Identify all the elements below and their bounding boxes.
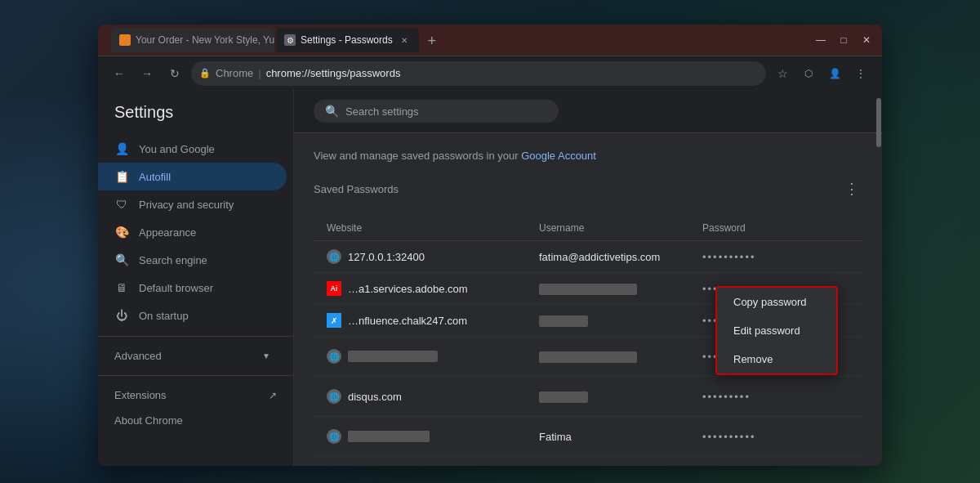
title-bar: Your Order - New York Style, Yum ✕ ⚙ Set… (98, 25, 882, 56)
new-tab-button[interactable]: + (421, 29, 443, 52)
tab-favicon-food (119, 34, 131, 46)
col-username: Username (539, 222, 702, 234)
col-password: Password (702, 222, 866, 234)
minimize-button[interactable]: — (812, 31, 830, 49)
sidebar: Settings 👤 You and Google 📋 Autofill 🛡 P… (98, 90, 294, 466)
menu-button[interactable]: ⋮ (849, 62, 872, 85)
context-menu: Copy password Edit password Remove (715, 286, 838, 375)
back-button[interactable]: ← (108, 62, 131, 85)
info-text: View and manage saved passwords in your … (314, 150, 862, 162)
search-bar[interactable]: 🔍 (314, 100, 559, 123)
advanced-label: Advanced (114, 350, 162, 362)
edit-password-item[interactable]: Edit password (717, 316, 836, 345)
sidebar-about-chrome[interactable]: About Chrome (98, 408, 293, 433)
table-row: 🌐 disqus.com ••••••••• 👁 ⋮ (314, 377, 862, 417)
sidebar-label-autofill: Autofill (139, 171, 171, 183)
remove-item[interactable]: Remove (717, 345, 836, 373)
site-cell-row4: 🌐 (327, 349, 539, 364)
address-path: chrome://settings/passwords (266, 67, 401, 79)
site-cell-row6: 🌐 (327, 429, 539, 444)
external-link-icon: ↗ (269, 390, 277, 401)
sidebar-divider (98, 336, 293, 337)
extensions-button[interactable]: ⬡ (797, 62, 820, 85)
navigation-bar: ← → ↻ 🔒 Chrome | chrome://settings/passw… (98, 56, 882, 90)
chalk-icon-row3: ✗ (327, 313, 341, 328)
tab-settings-passwords[interactable]: ⚙ Settings - Passwords ✕ (276, 28, 419, 52)
redacted-site-row4 (348, 351, 438, 362)
redacted-username-row3 (539, 315, 588, 327)
nav-icons-right: ☆ ⬡ 👤 ⋮ (771, 62, 872, 85)
sidebar-item-appearance[interactable]: 🎨 Appearance (98, 218, 287, 246)
saved-passwords-title: Saved Passwords (314, 183, 399, 195)
sidebar-label-appearance: Appearance (139, 226, 196, 239)
shield-icon: 🛡 (114, 197, 129, 212)
username-cell-row6: Fatima (539, 431, 702, 443)
sidebar-label-search: Search engine (139, 254, 207, 266)
forward-button[interactable]: → (136, 62, 158, 85)
sidebar-item-you-google[interactable]: 👤 You and Google (98, 135, 287, 163)
saved-passwords-menu[interactable]: ⋮ (841, 178, 862, 199)
password-cell-row1: •••••••••• (702, 251, 866, 263)
sidebar-item-privacy[interactable]: 🛡 Privacy and security (98, 190, 287, 218)
bookmark-button[interactable]: ☆ (771, 62, 794, 85)
sidebar-label-startup: On startup (139, 310, 189, 322)
chrome-label: Chrome (216, 67, 253, 79)
window-controls: — □ ✕ (812, 31, 875, 49)
tab-title-your-order: Your Order - New York Style, Yum (136, 34, 274, 46)
browser-window: Your Order - New York Style, Yum ✕ ⚙ Set… (98, 25, 882, 466)
sidebar-item-startup[interactable]: ⏻ On startup (98, 302, 287, 329)
sidebar-label-you-google: You and Google (139, 143, 215, 155)
sidebar-item-autofill[interactable]: 📋 Autofill (98, 163, 287, 190)
search-input[interactable] (345, 105, 547, 118)
lock-icon: 🔒 (199, 68, 211, 78)
note-icon: 📋 (114, 169, 129, 184)
username-cell-row5 (539, 390, 702, 403)
sidebar-item-default-browser[interactable]: 🖥 Default browser (98, 274, 287, 302)
redacted-username-row2 (539, 284, 637, 295)
sidebar-advanced[interactable]: Advanced ▼ (98, 343, 287, 369)
search-icon: 🔍 (114, 253, 129, 267)
table-header: Website Username Password (314, 216, 862, 241)
about-chrome-label: About Chrome (114, 414, 183, 427)
maximize-button[interactable]: □ (835, 31, 853, 49)
sidebar-label-default-browser: Default browser (139, 282, 213, 294)
sidebar-extensions[interactable]: Extensions ↗ (98, 382, 293, 408)
google-account-link[interactable]: Google Account (521, 150, 596, 162)
tab-title-settings: Settings - Passwords (301, 34, 393, 46)
password-cell-row6: •••••••••• (702, 431, 866, 443)
site-cell-row3: ✗ …nfluence.chalk247.com (327, 313, 539, 328)
adobe-icon-row2: Ai (327, 281, 341, 296)
username-cell-row2 (539, 282, 702, 295)
address-separator: | (258, 67, 261, 79)
site-name-row3: …nfluence.chalk247.com (348, 315, 467, 327)
main-content: View and manage saved passwords in your … (294, 133, 882, 466)
table-row: 🌐 127.0.0.1:32400 fatima@addictivetips.c… (314, 241, 862, 273)
search-container: 🔍 (294, 90, 882, 133)
refresh-button[interactable]: ↻ (163, 62, 186, 85)
copy-password-item[interactable]: Copy password (717, 288, 836, 316)
tab-close-settings[interactable]: ✕ (398, 34, 411, 47)
username-cell-row3 (539, 314, 702, 327)
search-icon-bar: 🔍 (325, 105, 339, 118)
globe-icon-row1: 🌐 (327, 249, 341, 264)
palette-icon: 🎨 (114, 225, 129, 239)
globe-icon-row5: 🌐 (327, 389, 341, 404)
tab-your-order[interactable]: Your Order - New York Style, Yum ✕ (111, 28, 274, 52)
site-cell-row2: Ai …a1.services.adobe.com (327, 281, 539, 296)
advanced-arrow: ▼ (262, 351, 270, 360)
site-name-row1: 127.0.0.1:32400 (348, 251, 425, 263)
close-button[interactable]: ✕ (858, 31, 875, 49)
address-bar[interactable]: 🔒 Chrome | chrome://settings/passwords (191, 61, 766, 86)
scroll-indicator (875, 90, 882, 466)
site-name-row2: …a1.services.adobe.com (348, 283, 468, 295)
tabs-area: Your Order - New York Style, Yum ✕ ⚙ Set… (105, 28, 808, 52)
extensions-label: Extensions (114, 389, 167, 401)
profile-button[interactable]: 👤 (823, 62, 846, 85)
tab-favicon-settings: ⚙ (284, 34, 296, 46)
sidebar-item-search[interactable]: 🔍 Search engine (98, 246, 287, 274)
redacted-username-row4 (539, 351, 637, 363)
main-panel: 🔍 View and manage saved passwords in you… (294, 90, 882, 466)
globe-icon-row4: 🌐 (327, 349, 341, 364)
scroll-thumb (876, 98, 881, 147)
col-website: Website (327, 222, 539, 234)
